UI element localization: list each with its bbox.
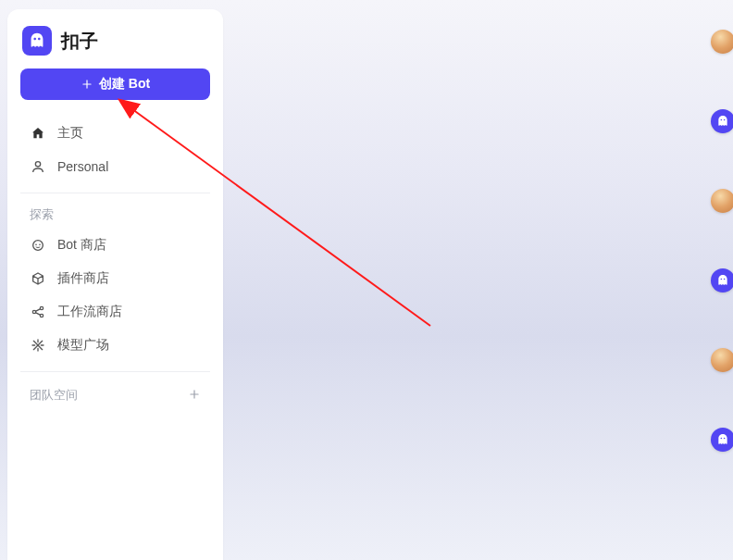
- sidebar: 扣子 创建 Bot 主页 Personal 探索: [7, 9, 223, 560]
- side-avatar-strip: [703, 0, 731, 560]
- avatar[interactable]: [711, 30, 733, 54]
- nav-primary: 主页 Personal: [20, 117, 210, 183]
- sidebar-item-label: Personal: [57, 159, 108, 174]
- share-icon: [30, 304, 46, 320]
- avatar[interactable]: [711, 109, 733, 133]
- sidebar-item-label: Bot 商店: [57, 237, 106, 254]
- sidebar-item-personal[interactable]: Personal: [20, 150, 210, 183]
- sidebar-item-label: 工作流商店: [57, 304, 122, 320]
- explore-header: 探索: [20, 203, 210, 229]
- team-space-label: 团队空间: [30, 387, 78, 404]
- plus-icon: [81, 78, 93, 91]
- create-bot-button[interactable]: 创建 Bot: [20, 68, 210, 100]
- sidebar-item-workflow-store[interactable]: 工作流商店: [20, 295, 210, 329]
- brand-logo: [22, 26, 52, 56]
- avatar[interactable]: [711, 348, 733, 372]
- ghost-icon: [715, 432, 730, 447]
- home-icon: [30, 125, 46, 142]
- svg-point-2: [39, 244, 41, 246]
- sidebar-item-label: 主页: [57, 125, 83, 142]
- brand-row: 扣子: [20, 22, 210, 68]
- svg-point-1: [35, 244, 37, 246]
- avatar[interactable]: [711, 268, 733, 292]
- sidebar-item-label: 模型广场: [57, 337, 109, 354]
- sidebar-item-label: 插件商店: [57, 270, 109, 287]
- divider: [20, 193, 210, 193]
- add-team-button[interactable]: [188, 388, 201, 404]
- ghost-icon: [715, 114, 730, 129]
- ghost-icon: [715, 273, 730, 288]
- crossed-tools-icon: [30, 337, 46, 354]
- create-bot-label: 创建 Bot: [99, 76, 150, 93]
- nav-explore: Bot 商店 插件商店 工作流商店 模型广场: [20, 229, 210, 362]
- sidebar-item-model-plaza[interactable]: 模型广场: [20, 329, 210, 362]
- sidebar-item-plugin-store[interactable]: 插件商店: [20, 262, 210, 295]
- avatar[interactable]: [711, 189, 733, 213]
- svg-point-0: [33, 241, 43, 251]
- divider: [20, 371, 210, 372]
- bot-icon: [30, 237, 46, 254]
- main-content: [223, 0, 733, 560]
- sidebar-item-home[interactable]: 主页: [20, 117, 210, 150]
- brand-title: 扣子: [61, 29, 98, 54]
- cube-icon: [30, 270, 46, 287]
- sidebar-item-bot-store[interactable]: Bot 商店: [20, 229, 210, 262]
- ghost-icon: [27, 31, 47, 51]
- avatar[interactable]: [711, 428, 733, 452]
- user-icon: [30, 158, 46, 175]
- team-space-header: 团队空间: [20, 381, 210, 409]
